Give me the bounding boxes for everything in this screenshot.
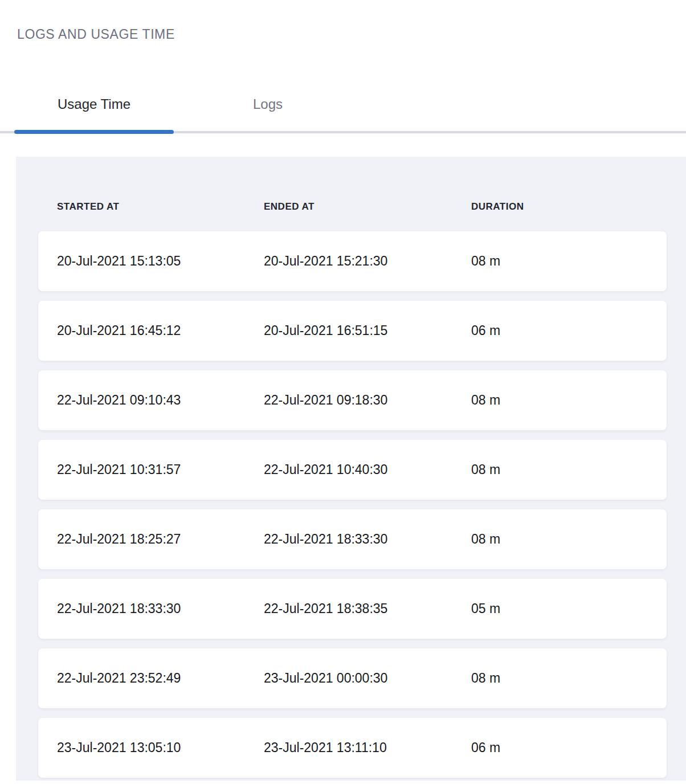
started-at-cell: 22-Jul-2021 10:31:57 (57, 462, 264, 477)
ended-at-cell: 23-Jul-2021 00:00:30 (264, 671, 471, 686)
table-row[interactable]: 22-Jul-2021 09:10:43 22-Jul-2021 09:18:3… (38, 370, 667, 430)
ended-at-cell: 20-Jul-2021 15:21:30 (264, 254, 471, 269)
usage-time-panel: STARTED AT ENDED AT DURATION 20-Jul-2021… (16, 157, 686, 781)
started-at-cell: 22-Jul-2021 18:33:30 (57, 601, 264, 616)
page-title: LOGS AND USAGE TIME (17, 27, 686, 42)
started-at-cell: 22-Jul-2021 09:10:43 (57, 393, 264, 408)
duration-cell: 06 m (471, 323, 667, 338)
started-at-cell: 20-Jul-2021 16:45:12 (57, 323, 264, 338)
table-row[interactable]: 20-Jul-2021 15:13:05 20-Jul-2021 15:21:3… (38, 231, 667, 291)
ended-at-cell: 22-Jul-2021 18:38:35 (264, 601, 471, 616)
duration-cell: 08 m (471, 254, 667, 269)
tab-usage-time[interactable]: Usage Time (14, 92, 174, 131)
table-row[interactable]: 22-Jul-2021 23:52:49 23-Jul-2021 00:00:3… (38, 648, 667, 708)
table-row[interactable]: 22-Jul-2021 18:25:27 22-Jul-2021 18:33:3… (38, 509, 667, 569)
duration-cell: 06 m (471, 740, 667, 756)
table-header-row: STARTED AT ENDED AT DURATION (38, 201, 667, 213)
duration-cell: 08 m (471, 532, 667, 547)
ended-at-cell: 20-Jul-2021 16:51:15 (264, 323, 471, 338)
column-header-duration: DURATION (471, 201, 667, 213)
started-at-cell: 22-Jul-2021 18:25:27 (57, 532, 264, 547)
started-at-cell: 20-Jul-2021 15:13:05 (57, 254, 264, 269)
duration-cell: 05 m (471, 601, 667, 616)
tab-bar: Usage Time Logs (0, 92, 686, 133)
column-header-started-at: STARTED AT (57, 201, 264, 213)
ended-at-cell: 23-Jul-2021 13:11:10 (264, 740, 471, 756)
tab-logs[interactable]: Logs (188, 92, 348, 131)
duration-cell: 08 m (471, 671, 667, 686)
duration-cell: 08 m (471, 462, 667, 477)
started-at-cell: 22-Jul-2021 23:52:49 (57, 671, 264, 686)
ended-at-cell: 22-Jul-2021 10:40:30 (264, 462, 471, 477)
started-at-cell: 23-Jul-2021 13:05:10 (57, 740, 264, 756)
ended-at-cell: 22-Jul-2021 09:18:30 (264, 393, 471, 408)
table-row[interactable]: 23-Jul-2021 13:05:10 23-Jul-2021 13:11:1… (38, 718, 667, 778)
column-header-ended-at: ENDED AT (264, 201, 471, 213)
table-body: 20-Jul-2021 15:13:05 20-Jul-2021 15:21:3… (16, 231, 686, 778)
table-row[interactable]: 20-Jul-2021 16:45:12 20-Jul-2021 16:51:1… (38, 301, 667, 361)
ended-at-cell: 22-Jul-2021 18:33:30 (264, 532, 471, 547)
duration-cell: 08 m (471, 393, 667, 408)
table-row[interactable]: 22-Jul-2021 10:31:57 22-Jul-2021 10:40:3… (38, 440, 667, 500)
table-row[interactable]: 22-Jul-2021 18:33:30 22-Jul-2021 18:38:3… (38, 579, 667, 639)
